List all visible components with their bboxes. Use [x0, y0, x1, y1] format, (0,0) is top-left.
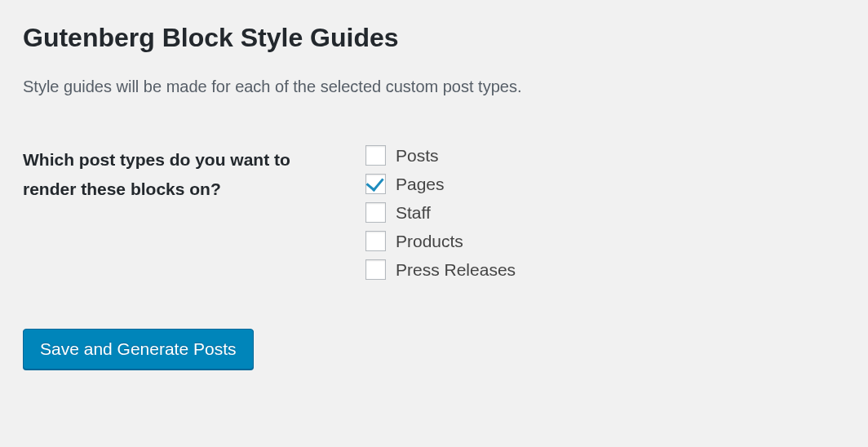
- page-title: Gutenberg Block Style Guides: [23, 23, 845, 53]
- checkbox-list: Posts Pages Staff Products Press Release…: [365, 145, 516, 280]
- checkbox-item-posts: Posts: [365, 145, 516, 166]
- save-generate-button[interactable]: Save and Generate Posts: [23, 329, 254, 370]
- checkbox-item-staff: Staff: [365, 202, 516, 223]
- checkbox-products[interactable]: [365, 231, 386, 251]
- checkbox-posts[interactable]: [365, 145, 386, 166]
- checkbox-staff[interactable]: [365, 202, 386, 223]
- checkbox-label-press-releases[interactable]: Press Releases: [396, 260, 516, 280]
- page-description: Style guides will be made for each of th…: [23, 77, 845, 96]
- form-row: Which post types do you want to render t…: [23, 145, 845, 280]
- checkbox-item-pages: Pages: [365, 174, 516, 194]
- checkbox-press-releases[interactable]: [365, 259, 386, 280]
- checkbox-pages[interactable]: [365, 174, 386, 194]
- checkbox-label-posts[interactable]: Posts: [396, 146, 439, 166]
- checkbox-label-staff[interactable]: Staff: [396, 203, 431, 223]
- form-label: Which post types do you want to render t…: [23, 145, 300, 203]
- checkbox-item-press-releases: Press Releases: [365, 259, 516, 280]
- checkbox-item-products: Products: [365, 231, 516, 251]
- checkbox-label-products[interactable]: Products: [396, 232, 463, 251]
- checkbox-label-pages[interactable]: Pages: [396, 175, 445, 194]
